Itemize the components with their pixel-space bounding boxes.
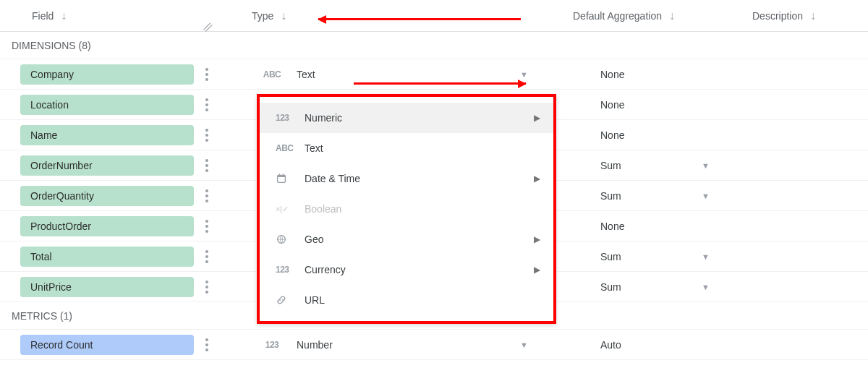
type-icon: ABC [262, 69, 282, 80]
field-chip[interactable]: Name [20, 125, 194, 145]
field-chip[interactable]: Company [20, 64, 194, 85]
row-menu-icon[interactable] [201, 281, 208, 294]
aggregation-cell: None [550, 221, 752, 232]
row-menu-icon[interactable] [201, 189, 208, 202]
menu-item-icon [276, 234, 305, 245]
menu-item-icon: ×|✓ [276, 204, 305, 214]
aggregation-label: None [600, 221, 702, 232]
menu-item-label: Boolean [305, 203, 540, 215]
table-row: CompanyABCText▼None [0, 59, 868, 90]
menu-item-icon: 123 [276, 113, 305, 123]
type-icon: 123 [262, 340, 282, 350]
field-chip[interactable]: Location [20, 95, 194, 115]
sort-down-icon[interactable]: ↓ [669, 9, 675, 22]
chevron-down-icon: ▼ [702, 252, 710, 261]
aggregation-label: Sum [600, 160, 702, 171]
annotation-arrow [354, 82, 526, 85]
menu-item-label: Date & Time [305, 173, 534, 184]
menu-item-date-time[interactable]: Date & Time▶ [260, 163, 553, 194]
header-description[interactable]: Description [752, 10, 803, 22]
menu-item-icon [276, 294, 305, 306]
menu-item-url[interactable]: URL [260, 285, 553, 315]
aggregation-label: Sum [600, 190, 702, 202]
menu-item-currency[interactable]: 123Currency▶ [260, 254, 553, 285]
aggregation-cell[interactable]: Sum▼ [550, 190, 752, 202]
aggregation-label: None [600, 99, 702, 111]
chevron-right-icon: ▶ [534, 113, 540, 123]
menu-item-label: URL [305, 294, 540, 306]
chevron-right-icon: ▶ [534, 265, 540, 275]
aggregation-cell[interactable]: Sum▼ [550, 160, 752, 171]
header-aggregation[interactable]: Default Aggregation [573, 10, 662, 22]
row-menu-icon[interactable] [201, 338, 208, 351]
resize-handle-icon[interactable]: | | [203, 21, 213, 32]
aggregation-label: Auto [600, 339, 702, 351]
chevron-down-icon: ▼ [702, 283, 710, 291]
chevron-down-icon: ▼ [520, 70, 550, 79]
type-cell[interactable]: ABCText▼ [224, 69, 550, 80]
sort-down-icon[interactable]: ↓ [281, 9, 286, 22]
type-label: Number [297, 339, 506, 351]
menu-item-label: Geo [305, 234, 534, 245]
sort-down-icon[interactable]: ↓ [810, 9, 816, 22]
aggregation-label: Sum [600, 281, 702, 293]
menu-item-icon: 123 [276, 265, 305, 275]
menu-item-geo[interactable]: Geo▶ [260, 224, 553, 254]
menu-item-label: Currency [305, 264, 534, 275]
row-menu-icon[interactable] [201, 220, 208, 233]
field-chip[interactable]: OrderQuantity [20, 186, 194, 206]
sort-down-icon[interactable]: ↓ [61, 9, 67, 22]
chevron-down-icon: ▼ [520, 341, 550, 349]
svg-rect-2 [279, 174, 280, 176]
chevron-right-icon: ▶ [534, 234, 540, 244]
type-dropdown-menu: 123Numeric▶ABCTextDate & Time▶×|✓Boolean… [257, 94, 556, 324]
chevron-down-icon: ▼ [702, 192, 710, 200]
row-menu-icon[interactable] [201, 250, 208, 263]
row-menu-icon[interactable] [201, 159, 208, 172]
type-label: Text [297, 69, 506, 80]
aggregation-cell: None [550, 99, 752, 111]
menu-item-numeric[interactable]: 123Numeric▶ [260, 103, 553, 133]
field-chip[interactable]: UnitPrice [20, 277, 194, 297]
menu-item-icon [276, 173, 305, 184]
aggregation-label: None [600, 129, 702, 141]
table-row: Record Count123Number▼Auto [0, 330, 868, 360]
annotation-arrow [318, 18, 521, 20]
aggregation-cell[interactable]: Sum▼ [550, 251, 752, 262]
aggregation-cell: None [550, 129, 752, 141]
menu-item-label: Text [305, 142, 540, 154]
field-chip[interactable]: OrderNumber [20, 155, 194, 176]
group-dimensions: DIMENSIONS (8) [0, 32, 868, 59]
row-menu-icon[interactable] [201, 129, 208, 142]
menu-item-icon: ABC [276, 143, 305, 153]
header-field[interactable]: Field [32, 10, 54, 22]
chevron-down-icon: ▼ [702, 161, 710, 170]
row-menu-icon[interactable] [201, 68, 208, 81]
header-type[interactable]: Type [252, 10, 273, 22]
field-chip[interactable]: Record Count [20, 335, 194, 355]
aggregation-label: Sum [600, 251, 702, 262]
aggregation-cell: None [550, 69, 752, 80]
menu-item-boolean: ×|✓Boolean [260, 194, 553, 224]
aggregation-cell: Auto [550, 339, 752, 351]
aggregation-cell[interactable]: Sum▼ [550, 281, 752, 293]
type-cell[interactable]: 123Number▼ [224, 339, 550, 351]
row-menu-icon[interactable] [201, 98, 208, 111]
svg-rect-1 [278, 175, 286, 177]
field-chip[interactable]: ProductOrder [20, 216, 194, 236]
field-chip[interactable]: Total [20, 247, 194, 267]
column-header-row: Field ↓ Type ↓ Default Aggregation ↓ Des… [0, 0, 868, 32]
aggregation-label: None [600, 69, 702, 80]
menu-item-text[interactable]: ABCText [260, 133, 553, 163]
chevron-right-icon: ▶ [534, 174, 540, 184]
menu-item-label: Numeric [305, 112, 534, 124]
svg-rect-3 [283, 174, 284, 176]
